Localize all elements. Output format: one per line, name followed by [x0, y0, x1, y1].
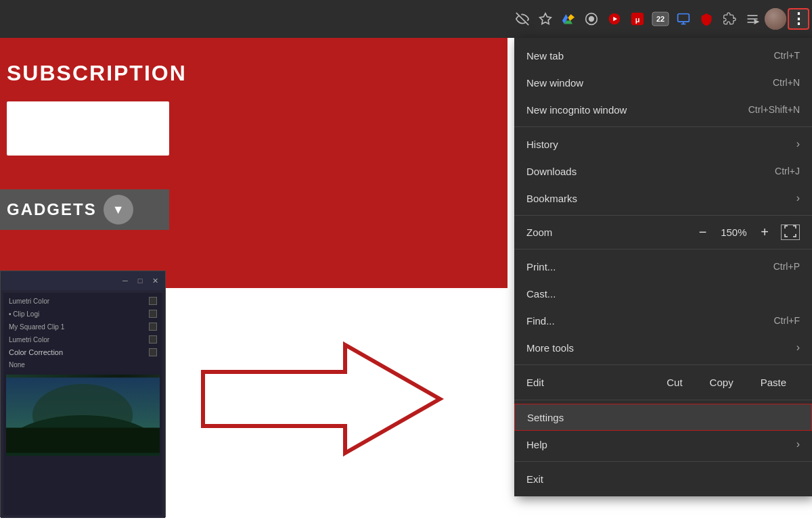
arrow-indicator: [189, 331, 447, 467]
menu-item-downloads[interactable]: Downloads Ctrl+J: [514, 158, 812, 185]
menu-item-help[interactable]: Help ›: [514, 431, 812, 458]
menu-item-new-window[interactable]: New window Ctrl+N: [514, 69, 812, 96]
search-input-box: [7, 101, 169, 156]
menu-item-exit[interactable]: Exit: [514, 465, 812, 492]
menu-item-more-tools[interactable]: More tools ›: [514, 334, 812, 361]
maximize-button[interactable]: □: [135, 276, 145, 285]
panel-row-5: Color Correction: [6, 347, 160, 358]
menu-item-print[interactable]: Print... Ctrl+P: [514, 253, 812, 280]
eye-off-icon[interactable]: [512, 8, 533, 30]
svg-marker-21: [203, 345, 440, 453]
inner-titlebar: ─ □ ✕: [1, 271, 165, 290]
panel-row-3: My Squared Clip 1: [6, 321, 160, 332]
subscription-title: SUBSCRIPTION: [7, 61, 187, 86]
edit-row: Edit Cut Copy Paste: [514, 369, 812, 396]
media-circle-icon[interactable]: [581, 8, 602, 30]
chrome-toolbar: μ 22 ⋮: [0, 0, 812, 38]
paste-button[interactable]: Paste: [747, 374, 800, 391]
zoom-row: Zoom − 150% +: [514, 219, 812, 245]
ublock-icon[interactable]: μ: [627, 8, 648, 30]
panel-row-2: • Clip Logi: [6, 308, 160, 319]
divider-2: [514, 215, 812, 216]
menu-item-new-tab[interactable]: New tab Ctrl+T: [514, 42, 812, 69]
menu-item-history[interactable]: History ›: [514, 131, 812, 158]
svg-marker-1: [540, 14, 551, 24]
gadgets-label: GADGETS: [7, 200, 97, 219]
divider-4: [514, 364, 812, 365]
menu-item-find[interactable]: Find... Ctrl+F: [514, 307, 812, 334]
context-menu: New tab Ctrl+T New window Ctrl+N New inc…: [514, 38, 812, 496]
svg-point-3: [589, 16, 594, 22]
svg-marker-16: [754, 20, 758, 24]
svg-rect-20: [6, 428, 160, 453]
svg-text:22: 22: [656, 15, 664, 23]
minimize-button[interactable]: ─: [120, 276, 130, 285]
panel-row-4: Lumetri Color: [6, 334, 160, 345]
cut-button[interactable]: Cut: [653, 374, 696, 391]
menu-item-new-incognito[interactable]: New incognito window Ctrl+Shift+N: [514, 96, 812, 123]
divider-3: [514, 249, 812, 250]
panel-row-6: None: [6, 360, 160, 370]
divider-1: [514, 126, 812, 127]
gadgets-dropdown-button[interactable]: ▼: [104, 195, 133, 224]
divider-6: [514, 461, 812, 462]
play-icon[interactable]: [604, 8, 625, 30]
svg-text:μ: μ: [635, 16, 640, 24]
divider-5: [514, 400, 812, 400]
puzzle-icon[interactable]: [719, 8, 740, 30]
zoom-value: 150%: [719, 227, 748, 238]
badge-22-icon[interactable]: 22: [650, 8, 671, 30]
fullscreen-button[interactable]: [781, 224, 800, 240]
zoom-in-button[interactable]: +: [758, 224, 771, 240]
inner-window: ─ □ ✕ Lumetri Color • Clip Logi My Squar…: [0, 270, 166, 517]
shield-icon[interactable]: [696, 8, 717, 30]
inner-content: Lumetri Color • Clip Logi My Squared Cli…: [1, 290, 165, 518]
menu-item-settings[interactable]: Settings: [514, 404, 812, 431]
google-drive-icon[interactable]: [558, 8, 579, 30]
inner-panel: Lumetri Color • Clip Logi My Squared Cli…: [3, 293, 162, 515]
copy-button[interactable]: Copy: [696, 374, 747, 391]
menu-item-cast[interactable]: Cast...: [514, 280, 812, 307]
star-icon[interactable]: [535, 8, 556, 30]
panel-row-1: Lumetri Color: [6, 296, 160, 306]
user-avatar[interactable]: [765, 8, 786, 30]
zoom-controls: − 150% +: [696, 224, 800, 240]
playlist-icon[interactable]: [742, 8, 763, 30]
svg-rect-10: [678, 14, 690, 22]
more-options-button[interactable]: ⋮: [788, 8, 809, 30]
screen-icon[interactable]: [673, 8, 694, 30]
zoom-out-button[interactable]: −: [696, 224, 710, 240]
gadgets-bar: GADGETS ▼: [0, 189, 169, 230]
video-thumbnail: ›: [6, 375, 160, 456]
menu-item-bookmarks[interactable]: Bookmarks ›: [514, 185, 812, 212]
close-button[interactable]: ✕: [150, 276, 160, 285]
